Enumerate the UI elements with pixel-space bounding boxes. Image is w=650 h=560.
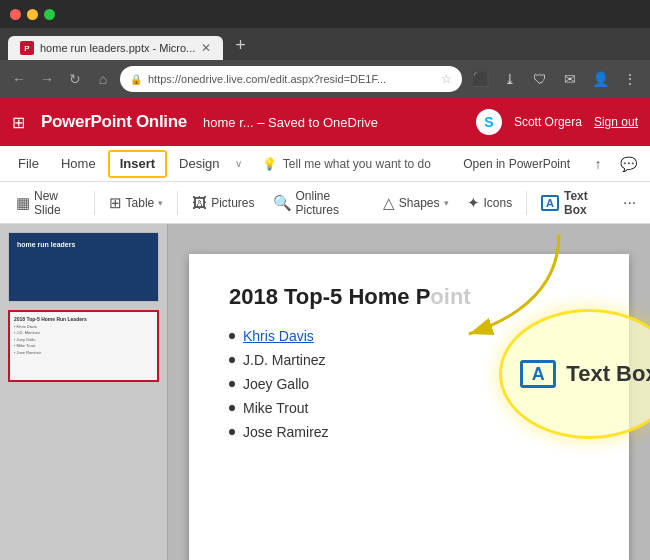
app-header: ⊞ PowerPoint Online home r... – Saved to… bbox=[0, 98, 650, 146]
bullet-dot-1 bbox=[229, 333, 235, 339]
online-pictures-button[interactable]: 🔍 Online Pictures bbox=[265, 187, 373, 219]
tab-close-button[interactable]: ✕ bbox=[201, 41, 211, 55]
pictures-icon: 🖼 bbox=[192, 194, 207, 211]
browser-tab-bar: P home run leaders.pptx - Micro... ✕ + bbox=[0, 28, 650, 60]
shield-icon[interactable]: 🛡 bbox=[528, 67, 552, 91]
slide-bullet-1: Khris Davis bbox=[229, 328, 589, 344]
lightbulb-icon: 💡 bbox=[262, 157, 277, 171]
ribbon-menu: File Home Insert Design ∨ 💡 Tell me what… bbox=[0, 146, 650, 182]
ribbon-more-chevron[interactable]: ∨ bbox=[235, 158, 242, 169]
saved-status: Saved to OneDrive bbox=[268, 115, 378, 130]
slide-bullet-5: Jose Ramirez bbox=[229, 424, 589, 440]
menu-design[interactable]: Design bbox=[169, 150, 229, 178]
user-name: Scott Orgera bbox=[514, 115, 582, 129]
new-tab-button[interactable]: + bbox=[227, 35, 254, 56]
forward-button[interactable]: → bbox=[36, 68, 58, 90]
ribbon-sep-2 bbox=[177, 191, 178, 215]
slide-panel: 1 home run leaders 2 2018 Top-5 Home Run… bbox=[0, 224, 168, 560]
browser-titlebar bbox=[0, 0, 650, 28]
download-icon[interactable]: ⤓ bbox=[498, 67, 522, 91]
bullet-text-3: Joey Gallo bbox=[243, 376, 309, 392]
refresh-button[interactable]: ↻ bbox=[64, 68, 86, 90]
extensions-icon[interactable]: ⬛ bbox=[468, 67, 492, 91]
icons-button[interactable]: ✦ Icons bbox=[459, 187, 521, 219]
slide-bullet-4: Mike Trout bbox=[229, 400, 589, 416]
browser-addressbar: ← → ↻ ⌂ 🔒 https://onedrive.live.com/edit… bbox=[0, 60, 650, 98]
home-button[interactable]: ⌂ bbox=[92, 68, 114, 90]
close-dot[interactable] bbox=[10, 9, 21, 20]
doc-separator: – bbox=[257, 115, 268, 130]
mail-icon[interactable]: ✉ bbox=[558, 67, 582, 91]
url-text: https://onedrive.live.com/edit.aspx?resi… bbox=[148, 73, 435, 85]
icons-label: Icons bbox=[484, 196, 513, 210]
table-icon: ⊞ bbox=[109, 194, 122, 212]
slide-title: 2018 Top-5 Home Point bbox=[229, 284, 589, 310]
menu-home[interactable]: Home bbox=[51, 150, 106, 178]
sign-out-button[interactable]: Sign out bbox=[594, 115, 638, 129]
doc-title-text: home r... bbox=[203, 115, 254, 130]
active-tab[interactable]: P home run leaders.pptx - Micro... ✕ bbox=[8, 36, 223, 60]
thumb-title: 2018 Top-5 Home Run Leaders bbox=[14, 316, 153, 322]
minimize-dot[interactable] bbox=[27, 9, 38, 20]
bullet-text-1: Khris Davis bbox=[243, 328, 314, 344]
document-name: home r... – Saved to OneDrive bbox=[203, 115, 460, 130]
bullet-dot-4 bbox=[229, 405, 235, 411]
open-in-powerpoint-button[interactable]: Open in PowerPoint bbox=[451, 153, 582, 175]
app-logo: PowerPoint Online bbox=[41, 112, 187, 132]
slide-thumb-bg-2: 2018 Top-5 Home Run Leaders • Khris Davi… bbox=[10, 312, 157, 380]
menu-insert[interactable]: Insert bbox=[108, 150, 167, 178]
bullet-text-5: Jose Ramirez bbox=[243, 424, 329, 440]
new-slide-icon: ▦ bbox=[16, 194, 30, 212]
ribbon-sep-1 bbox=[94, 191, 95, 215]
address-bar[interactable]: 🔒 https://onedrive.live.com/edit.aspx?re… bbox=[120, 66, 462, 92]
online-pictures-label: Online Pictures bbox=[296, 189, 365, 217]
new-slide-button[interactable]: ▦ New Slide bbox=[8, 187, 88, 219]
online-pictures-icon: 🔍 bbox=[273, 194, 292, 212]
bullet-dot-2 bbox=[229, 357, 235, 363]
bullet-text-4: Mike Trout bbox=[243, 400, 308, 416]
slide-canvas: 2018 Top-5 Home Point Khris Davis J.D. M… bbox=[189, 254, 629, 560]
office-grid-icon[interactable]: ⊞ bbox=[12, 113, 25, 132]
more-button[interactable]: ··· bbox=[617, 189, 642, 217]
header-right: S Scott Orgera Sign out bbox=[476, 109, 638, 135]
shapes-button[interactable]: △ Shapes ▾ bbox=[375, 187, 457, 219]
bullet-text-2: J.D. Martinez bbox=[243, 352, 325, 368]
bookmark-icon[interactable]: ☆ bbox=[441, 72, 452, 86]
avatar-icon[interactable]: 👤 bbox=[588, 67, 612, 91]
slide-thumbnail-1[interactable]: 1 home run leaders bbox=[8, 232, 159, 302]
ribbon-toolbar: ▦ New Slide ⊞ Table ▾ 🖼 Pictures 🔍 Onlin… bbox=[0, 182, 650, 224]
pictures-button[interactable]: 🖼 Pictures bbox=[184, 187, 262, 219]
comment-icon[interactable]: 💬 bbox=[614, 150, 642, 178]
slide-bullet-3: Joey Gallo bbox=[229, 376, 589, 392]
slide-thumbnail-2[interactable]: 2 2018 Top-5 Home Run Leaders • Khris Da… bbox=[8, 310, 159, 382]
tell-me-text: Tell me what you want to do bbox=[283, 157, 431, 171]
skype-icon[interactable]: S bbox=[476, 109, 502, 135]
slide-canvas-area: 2018 Top-5 Home Point Khris Davis J.D. M… bbox=[168, 224, 650, 560]
maximize-dot[interactable] bbox=[44, 9, 55, 20]
browser-toolbar: ⬛ ⤓ 🛡 ✉ 👤 ⋮ bbox=[468, 67, 642, 91]
back-button[interactable]: ← bbox=[8, 68, 30, 90]
slide-thumb-bg-1: home run leaders bbox=[9, 233, 158, 301]
settings-icon[interactable]: ⋮ bbox=[618, 67, 642, 91]
shapes-icon: △ bbox=[383, 194, 395, 212]
table-chevron: ▾ bbox=[158, 198, 163, 208]
main-area: 1 home run leaders 2 2018 Top-5 Home Run… bbox=[0, 224, 650, 560]
text-box-label: Text Box bbox=[564, 189, 607, 217]
shapes-chevron: ▾ bbox=[444, 198, 449, 208]
share-icon[interactable]: ↑ bbox=[584, 150, 612, 178]
thumb-bullets: • Khris Davis• J.D. Martinez• Joey Gallo… bbox=[14, 324, 153, 356]
text-box-button[interactable]: A Text Box bbox=[533, 187, 615, 219]
menu-file[interactable]: File bbox=[8, 150, 49, 178]
shapes-label: Shapes bbox=[399, 196, 440, 210]
bullet-dot-3 bbox=[229, 381, 235, 387]
new-slide-label: New Slide bbox=[34, 189, 80, 217]
tell-me-box[interactable]: 💡 Tell me what you want to do bbox=[244, 157, 450, 171]
pictures-label: Pictures bbox=[211, 196, 254, 210]
bullet-dot-5 bbox=[229, 429, 235, 435]
ppt-favicon: P bbox=[20, 41, 34, 55]
tab-title: home run leaders.pptx - Micro... bbox=[40, 42, 195, 54]
skype-label: S bbox=[484, 114, 493, 130]
table-label: Table bbox=[126, 196, 155, 210]
ribbon-sep-3 bbox=[526, 191, 527, 215]
table-button[interactable]: ⊞ Table ▾ bbox=[101, 187, 172, 219]
